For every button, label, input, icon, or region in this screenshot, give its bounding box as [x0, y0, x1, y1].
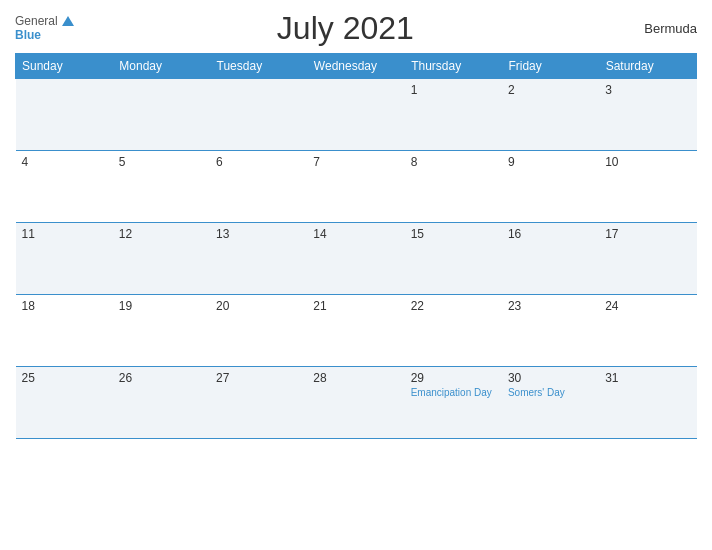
calendar-cell: 21	[307, 295, 404, 367]
day-number: 2	[508, 83, 593, 97]
day-number: 21	[313, 299, 398, 313]
logo: General Blue	[15, 15, 74, 41]
calendar-cell: 23	[502, 295, 599, 367]
header-thursday: Thursday	[405, 54, 502, 79]
day-number: 28	[313, 371, 398, 385]
calendar-cell: 15	[405, 223, 502, 295]
calendar-cell	[307, 79, 404, 151]
day-number: 26	[119, 371, 204, 385]
calendar-cell: 8	[405, 151, 502, 223]
day-number: 24	[605, 299, 690, 313]
calendar-container: General Blue July 2021 Bermuda Sunday Mo…	[0, 0, 712, 550]
calendar-week-row: 45678910	[16, 151, 697, 223]
day-number: 15	[411, 227, 496, 241]
day-number: 19	[119, 299, 204, 313]
day-number: 29	[411, 371, 496, 385]
holiday-label: Emancipation Day	[411, 387, 496, 399]
day-number: 14	[313, 227, 398, 241]
day-number: 7	[313, 155, 398, 169]
calendar-cell: 7	[307, 151, 404, 223]
header-sunday: Sunday	[16, 54, 113, 79]
day-number: 25	[22, 371, 107, 385]
calendar-cell: 24	[599, 295, 696, 367]
calendar-cell: 28	[307, 367, 404, 439]
day-number: 22	[411, 299, 496, 313]
weekday-header-row: Sunday Monday Tuesday Wednesday Thursday…	[16, 54, 697, 79]
calendar-cell: 9	[502, 151, 599, 223]
day-number: 3	[605, 83, 690, 97]
calendar-cell: 14	[307, 223, 404, 295]
header-monday: Monday	[113, 54, 210, 79]
day-number: 11	[22, 227, 107, 241]
day-number: 20	[216, 299, 301, 313]
calendar-cell: 12	[113, 223, 210, 295]
region-label: Bermuda	[617, 21, 697, 36]
calendar-cell: 26	[113, 367, 210, 439]
calendar-cell	[210, 79, 307, 151]
holiday-label: Somers' Day	[508, 387, 593, 399]
day-number: 9	[508, 155, 593, 169]
calendar-cell: 30Somers' Day	[502, 367, 599, 439]
calendar-cell: 10	[599, 151, 696, 223]
day-number: 17	[605, 227, 690, 241]
header-friday: Friday	[502, 54, 599, 79]
logo-blue: Blue	[15, 29, 41, 42]
day-number: 30	[508, 371, 593, 385]
day-number: 12	[119, 227, 204, 241]
calendar-cell: 31	[599, 367, 696, 439]
calendar-cell: 11	[16, 223, 113, 295]
calendar-cell: 25	[16, 367, 113, 439]
day-number: 5	[119, 155, 204, 169]
calendar-week-row: 18192021222324	[16, 295, 697, 367]
calendar-cell: 13	[210, 223, 307, 295]
day-number: 8	[411, 155, 496, 169]
day-number: 18	[22, 299, 107, 313]
day-number: 16	[508, 227, 593, 241]
calendar-cell: 4	[16, 151, 113, 223]
month-title: July 2021	[74, 10, 617, 47]
calendar-cell: 20	[210, 295, 307, 367]
calendar-cell	[113, 79, 210, 151]
day-number: 13	[216, 227, 301, 241]
calendar-cell: 5	[113, 151, 210, 223]
calendar-cell: 19	[113, 295, 210, 367]
calendar-cell: 1	[405, 79, 502, 151]
calendar-cell: 2	[502, 79, 599, 151]
calendar-cell: 18	[16, 295, 113, 367]
calendar-cell: 6	[210, 151, 307, 223]
calendar-week-row: 123	[16, 79, 697, 151]
day-number: 10	[605, 155, 690, 169]
calendar-cell: 22	[405, 295, 502, 367]
calendar-cell: 17	[599, 223, 696, 295]
day-number: 6	[216, 155, 301, 169]
calendar-cell	[16, 79, 113, 151]
calendar-cell: 3	[599, 79, 696, 151]
day-number: 23	[508, 299, 593, 313]
header-wednesday: Wednesday	[307, 54, 404, 79]
calendar-cell: 29Emancipation Day	[405, 367, 502, 439]
day-number: 4	[22, 155, 107, 169]
calendar-week-row: 2526272829Emancipation Day30Somers' Day3…	[16, 367, 697, 439]
header-saturday: Saturday	[599, 54, 696, 79]
day-number: 27	[216, 371, 301, 385]
calendar-grid: Sunday Monday Tuesday Wednesday Thursday…	[15, 53, 697, 439]
logo-triangle-icon	[62, 16, 74, 26]
header-tuesday: Tuesday	[210, 54, 307, 79]
calendar-week-row: 11121314151617	[16, 223, 697, 295]
day-number: 1	[411, 83, 496, 97]
calendar-cell: 16	[502, 223, 599, 295]
day-number: 31	[605, 371, 690, 385]
logo-general: General	[15, 15, 58, 28]
calendar-cell: 27	[210, 367, 307, 439]
logo-text: General	[15, 15, 74, 28]
calendar-header: General Blue July 2021 Bermuda	[15, 10, 697, 47]
